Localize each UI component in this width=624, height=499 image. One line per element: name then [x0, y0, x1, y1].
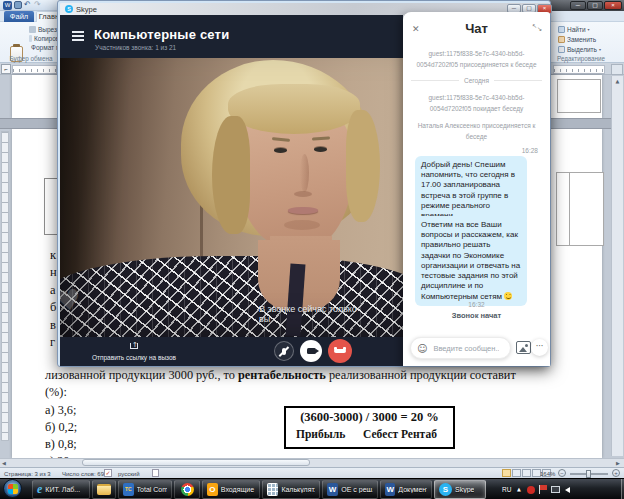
skype-window: S Skype ─ ▢ × Компьютерные сети Участник…	[57, 0, 551, 367]
camera-toggle-button[interactable]	[300, 340, 322, 362]
vertical-scrollbar[interactable]: ▲	[611, 76, 623, 456]
taskbar-skype-button[interactable]: S Skype	[434, 480, 486, 499]
taskbar-calculator-label: Калькулят...	[281, 486, 315, 493]
taskbar-ie-button[interactable]: e КИТ. Лаб...	[32, 480, 90, 499]
skype-window-title: Skype	[76, 5, 97, 14]
person-nose	[300, 154, 309, 192]
formula-text: (3600-3000) / 3000 = 20 %	[286, 410, 453, 425]
more-options-button[interactable]: ···	[531, 339, 548, 356]
taskbar-word2-label: Документ...	[398, 486, 427, 493]
zoom-slider-thumb[interactable]	[586, 470, 591, 478]
heart-reaction-icon: ♥	[60, 282, 83, 318]
chat-day-label: Сегодня	[464, 77, 489, 84]
person-eye-left	[274, 148, 287, 153]
spellcheck-icon[interactable]: ✓	[104, 469, 112, 477]
call-timestamp: 16:32	[403, 301, 550, 308]
formula-label-cost: Себест	[363, 428, 398, 440]
action-center-flag-icon[interactable]	[540, 485, 547, 490]
taskbar-word2-button[interactable]: W Документ...	[380, 480, 432, 499]
doc-option-b: б) 0,2;	[45, 420, 77, 435]
copy-icon	[29, 35, 32, 42]
skype-icon: S	[439, 483, 452, 496]
save-icon[interactable]	[14, 1, 22, 9]
chrome-icon	[181, 483, 194, 496]
keyboard-language-indicator[interactable]: RU	[502, 486, 511, 493]
find-button[interactable]: Найти ▾	[558, 25, 622, 34]
formula-label-rent: Рентаб	[401, 428, 437, 440]
taskbar-outlook-button[interactable]: O Входящие ...	[202, 480, 260, 499]
message-timestamp: 16:28	[522, 147, 538, 154]
undo-icon[interactable]: ↶	[24, 0, 31, 9]
message-input[interactable]	[431, 343, 501, 354]
replace-button[interactable]: Заменить	[558, 35, 622, 44]
word-maximize-button[interactable]: ▢	[587, 1, 603, 10]
taskbar-totalcmd-button[interactable]: TC Total Com...	[118, 480, 172, 499]
chat-message-2-text: Ответим на все Ваши вопросы и расскажем,…	[421, 220, 520, 301]
chat-event-join-natalia: Наталья Алексеенко присоединяется к бесе…	[411, 121, 542, 142]
page-count[interactable]: Страница: 3 из 3	[4, 471, 51, 477]
taskbar-calculator-button[interactable]: Калькулят...	[262, 480, 320, 499]
video-feed[interactable]: ♥ В звонке сейчас только вы	[60, 58, 403, 337]
find-icon	[558, 26, 565, 33]
tray-expand-icon[interactable]: ▲	[517, 486, 521, 492]
macro-icon[interactable]	[152, 469, 159, 477]
doc-table-fragment-mid	[556, 172, 604, 246]
doc-option-v: в) 0,8;	[45, 437, 77, 452]
find-dropdown-icon: ▾	[588, 27, 590, 32]
call-title: Компьютерные сети	[94, 27, 229, 42]
formula-label-profit: Прибыль	[296, 428, 345, 440]
menu-icon[interactable]	[72, 31, 84, 43]
display-icon[interactable]	[551, 486, 560, 493]
call-participants[interactable]: Участников звонка: 1 из 21	[95, 44, 176, 51]
word-icon: W	[327, 483, 338, 496]
select-button[interactable]: Выделить ▾	[558, 45, 622, 54]
scroll-up-icon[interactable]: ▲	[612, 78, 623, 84]
view-web-icon[interactable]	[522, 469, 531, 477]
taskbar-explorer-button[interactable]	[92, 480, 116, 499]
emoticon-picker-icon[interactable]: ☺	[417, 343, 427, 354]
person-chest	[258, 240, 340, 312]
taskbar-chrome-button[interactable]	[174, 480, 200, 499]
tray-red-status-icon[interactable]	[527, 486, 535, 494]
taskbar-totalcmd-label: Total Com...	[137, 486, 167, 493]
word-close-button[interactable]: ×	[604, 1, 622, 10]
gallery-icon[interactable]	[516, 341, 531, 354]
ruler-toggle-button[interactable]	[611, 64, 623, 75]
calculator-icon	[267, 483, 278, 496]
mute-microphone-button[interactable]	[274, 341, 294, 361]
zoom-in-button[interactable]: +	[612, 469, 620, 477]
end-call-button[interactable]	[328, 339, 352, 363]
word-window-controls: ─ ▢ ×	[545, 0, 624, 11]
taskbar-ie-label: КИТ. Лаб...	[45, 486, 80, 493]
speaker-icon[interactable]	[565, 487, 570, 493]
tab-selector[interactable]: ⌐	[1, 64, 11, 74]
clipboard-group-label: Буфер обмена	[2, 55, 60, 62]
scroll-right-icon[interactable]: ▶	[616, 460, 620, 466]
word-count[interactable]: Число слов: 692	[62, 471, 107, 477]
horizontal-scroll-thumb[interactable]	[82, 459, 310, 466]
taskbar-outlook-label: Входящие ...	[221, 486, 255, 493]
taskbar-word1-label: ОЕ с реш...	[341, 486, 373, 493]
chat-message-1[interactable]: Добрый день! Спешим напомнить, что сегод…	[415, 156, 527, 225]
chat-event-join-guest: guest:1175f838-5e7c-4340-bb5d-0054d7202f…	[411, 49, 542, 70]
word-minimize-button[interactable]: ─	[570, 1, 586, 10]
chat-expand-icon[interactable]: ↖↘	[532, 22, 542, 32]
folder-icon	[97, 484, 111, 495]
view-print-layout-icon[interactable]	[502, 469, 511, 477]
vertical-ruler[interactable]	[1, 131, 9, 441]
person-neck	[270, 236, 332, 296]
redo-icon[interactable]: ↷	[34, 0, 41, 9]
zoom-level[interactable]: 164%	[540, 471, 555, 477]
message-input-pill[interactable]: ☺	[410, 337, 511, 359]
chat-message-2[interactable]: Ответим на все Ваши вопросы и расскажем,…	[415, 216, 527, 306]
language-indicator[interactable]: русский	[118, 471, 140, 477]
scroll-left-icon[interactable]: ◀	[2, 460, 6, 466]
taskbar-word1-button[interactable]: W ОЕ с реш...	[322, 480, 378, 499]
view-fullscreen-icon[interactable]	[512, 469, 521, 477]
doc-line-1: лизованной продукции 3000 руб., то рента…	[45, 368, 485, 383]
share-call-link-button[interactable]: ↑ Отправить ссылку на вызов	[88, 339, 180, 361]
tab-file[interactable]: Файл	[4, 11, 34, 22]
zoom-out-button[interactable]: −	[558, 469, 566, 477]
hangup-phone-icon	[334, 349, 346, 353]
start-button[interactable]	[3, 479, 22, 498]
